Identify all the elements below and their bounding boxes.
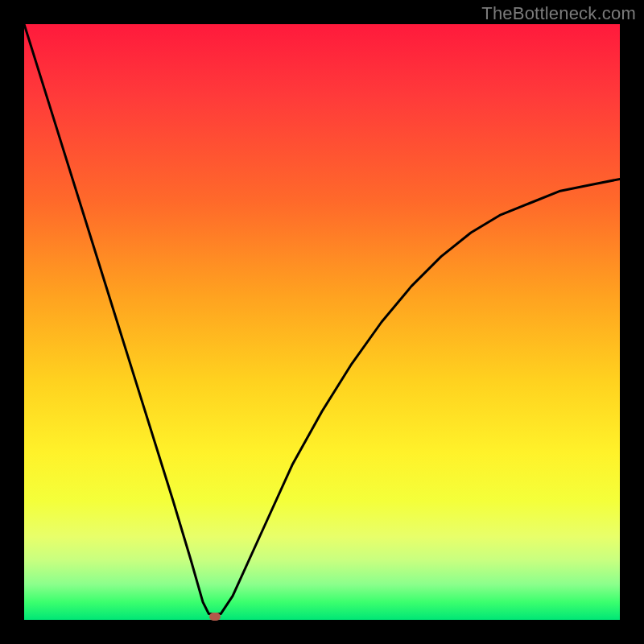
chart-frame: TheBottleneck.com — [0, 0, 644, 644]
bottleneck-curve — [24, 24, 620, 614]
optimum-marker — [209, 613, 221, 621]
watermark-text: TheBottleneck.com — [481, 3, 636, 24]
curve-svg — [24, 24, 620, 620]
plot-area — [24, 24, 620, 620]
